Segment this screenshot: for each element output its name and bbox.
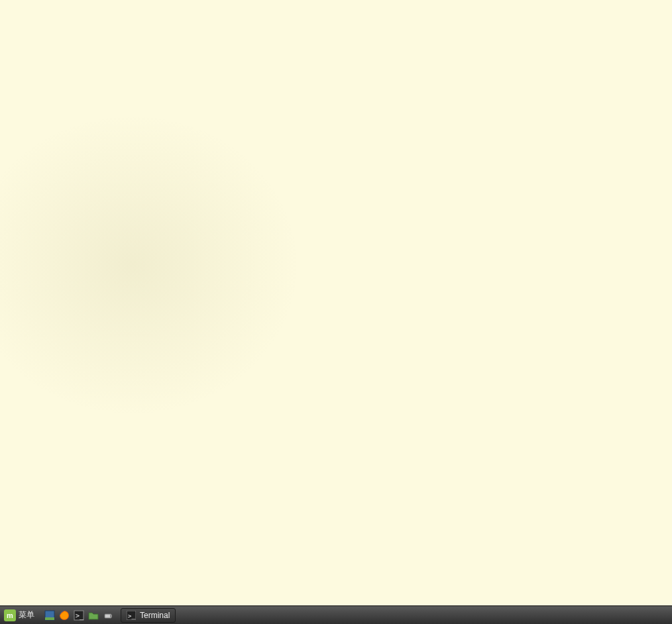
mint-logo-icon: m — [4, 609, 16, 621]
terminal-launcher-icon[interactable]: >_ — [72, 609, 85, 622]
start-menu-label: 菜单 — [19, 609, 34, 621]
firefox-icon[interactable] — [58, 609, 71, 622]
files-launcher-icon[interactable] — [87, 609, 100, 622]
taskbar-task-label: Terminal — [140, 611, 170, 620]
taskbar: m 菜单 >_ >_ Terminal — [0, 605, 672, 624]
svg-text:>_: >_ — [76, 612, 84, 620]
terminal-icon: >_ — [127, 611, 136, 620]
start-menu-button[interactable]: m 菜单 — [0, 606, 38, 625]
svg-text:>_: >_ — [128, 613, 135, 619]
show-desktop-icon[interactable] — [43, 609, 56, 622]
svg-rect-1 — [45, 617, 54, 620]
svg-rect-6 — [110, 615, 112, 617]
usb-launcher-icon[interactable] — [101, 609, 115, 622]
taskbar-task-terminal[interactable]: >_ Terminal — [121, 608, 176, 623]
